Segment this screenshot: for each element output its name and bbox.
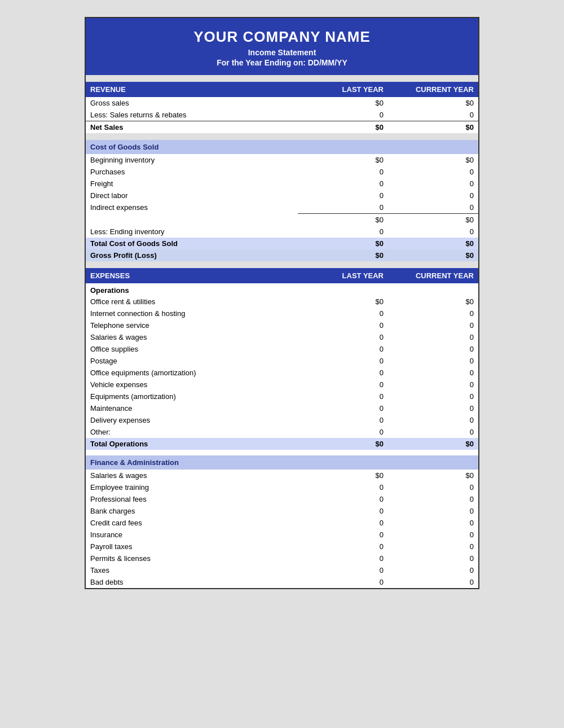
row-label: Less: Sales returns & rebates xyxy=(86,109,298,121)
row-value-current: 0 xyxy=(388,493,478,505)
finance-header-row: Finance & Administration xyxy=(86,455,478,470)
row-value-last: 0 xyxy=(298,552,388,564)
cogs-table: Cost of Goods Sold Beginning inventory $… xyxy=(86,140,478,261)
total-cogs-label: Total Cost of Goods Sold xyxy=(86,238,298,249)
cogs-subtotal-row: $0 $0 xyxy=(86,214,478,226)
row-value-last: $0 xyxy=(298,154,388,166)
row-value-current: 0 xyxy=(388,517,478,529)
row-value-last: 0 xyxy=(298,576,388,588)
net-sales-row: Net Sales $0 $0 xyxy=(86,121,478,134)
row-value-current: 0 xyxy=(388,541,478,552)
gross-profit-current: $0 xyxy=(388,249,478,261)
row-value-current: 0 xyxy=(388,576,478,588)
row-value-last: 0 xyxy=(298,564,388,576)
table-row: Vehicle expenses 0 0 xyxy=(86,379,478,391)
row-label: Office rent & utilities xyxy=(86,296,298,308)
finance-heading: Finance & Administration xyxy=(86,455,478,470)
net-sales-last: $0 xyxy=(298,121,388,134)
row-value-current: 0 xyxy=(388,319,478,331)
row-label xyxy=(86,214,298,226)
operations-heading: Operations xyxy=(86,283,478,296)
row-value-current: $0 xyxy=(388,97,478,109)
ending-inventory-last: 0 xyxy=(298,226,388,238)
table-row: Indirect expenses 0 0 xyxy=(86,201,478,214)
row-value-current: 0 xyxy=(388,109,478,121)
row-value-last: 0 xyxy=(298,109,388,121)
row-value-last: 0 xyxy=(298,343,388,355)
row-value-last: 0 xyxy=(298,331,388,343)
table-row: Office rent & utilities $0 $0 xyxy=(86,296,478,308)
table-row: Salaries & wages 0 0 xyxy=(86,331,478,343)
row-value-last: $0 xyxy=(298,470,388,481)
row-label: Employee training xyxy=(86,481,298,493)
row-value-current: 0 xyxy=(388,426,478,438)
cogs-subtotal-current: $0 xyxy=(388,214,478,226)
operations-header-row: Operations xyxy=(86,283,478,296)
total-cogs-last: $0 xyxy=(298,238,388,249)
table-row: Internet connection & hosting 0 0 xyxy=(86,308,478,319)
company-name: YOUR COMPANY NAME xyxy=(91,28,473,46)
table-row: Office supplies 0 0 xyxy=(86,343,478,355)
row-label: Indirect expenses xyxy=(86,201,298,214)
row-label: Credit card fees xyxy=(86,517,298,529)
row-value-last: 0 xyxy=(298,178,388,190)
row-value-last: 0 xyxy=(298,517,388,529)
row-value-last: 0 xyxy=(298,355,388,367)
row-value-last: 0 xyxy=(298,367,388,379)
row-label: Insurance xyxy=(86,529,298,541)
row-value-last: 0 xyxy=(298,541,388,552)
table-row: Office equipments (amortization) 0 0 xyxy=(86,367,478,379)
ending-inventory-row: Less: Ending inventory 0 0 xyxy=(86,226,478,238)
row-label: Salaries & wages xyxy=(86,470,298,481)
row-value-current: 0 xyxy=(388,391,478,402)
row-value-current: 0 xyxy=(388,308,478,319)
row-label: Bank charges xyxy=(86,505,298,517)
divider-row xyxy=(86,450,478,455)
row-label: Delivery expenses xyxy=(86,414,298,426)
report-title: Income Statement xyxy=(91,48,473,57)
table-row: Credit card fees 0 0 xyxy=(86,517,478,529)
row-value-current: 0 xyxy=(388,379,478,391)
row-label: Office supplies xyxy=(86,343,298,355)
row-value-current: 0 xyxy=(388,190,478,201)
row-label: Gross sales xyxy=(86,97,298,109)
expenses-col-current-year: CURRENT YEAR xyxy=(388,268,478,283)
table-row: Equipments (amortization) 0 0 xyxy=(86,391,478,402)
ending-inventory-current: 0 xyxy=(388,226,478,238)
row-value-current: 0 xyxy=(388,402,478,414)
row-value-current: 0 xyxy=(388,331,478,343)
row-value-current: 0 xyxy=(388,343,478,355)
table-row: Bad debts 0 0 xyxy=(86,576,478,588)
total-operations-current: $0 xyxy=(388,438,478,450)
expenses-heading: EXPENSES xyxy=(86,268,298,283)
gross-profit-label: Gross Profit (Loss) xyxy=(86,249,298,261)
revenue-col-current-year: CURRENT YEAR xyxy=(388,82,478,97)
expenses-table: EXPENSES LAST YEAR CURRENT YEAR Operatio… xyxy=(86,268,478,588)
table-row: Delivery expenses 0 0 xyxy=(86,414,478,426)
cogs-subtotal-last: $0 xyxy=(298,214,388,226)
row-value-current: 0 xyxy=(388,564,478,576)
row-value-last: 0 xyxy=(298,481,388,493)
row-value-last: 0 xyxy=(298,529,388,541)
cogs-header-row: Cost of Goods Sold xyxy=(86,140,478,154)
row-label: Direct labor xyxy=(86,190,298,201)
row-value-last: 0 xyxy=(298,201,388,214)
row-value-last: 0 xyxy=(298,493,388,505)
table-row: Maintenance 0 0 xyxy=(86,402,478,414)
table-row: Bank charges 0 0 xyxy=(86,505,478,517)
row-label: Beginning inventory xyxy=(86,154,298,166)
row-value-current: 0 xyxy=(388,481,478,493)
table-row: Direct labor 0 0 xyxy=(86,190,478,201)
row-value-current: 0 xyxy=(388,178,478,190)
row-label: Equipments (amortization) xyxy=(86,391,298,402)
net-sales-current: $0 xyxy=(388,121,478,134)
table-row: Payroll taxes 0 0 xyxy=(86,541,478,552)
row-label: Other: xyxy=(86,426,298,438)
cogs-heading: Cost of Goods Sold xyxy=(86,140,478,154)
table-row: Postage 0 0 xyxy=(86,355,478,367)
row-label: Permits & licenses xyxy=(86,552,298,564)
row-label: Internet connection & hosting xyxy=(86,308,298,319)
row-value-current: 0 xyxy=(388,529,478,541)
table-row: Salaries & wages $0 $0 xyxy=(86,470,478,481)
revenue-table: REVENUE LAST YEAR CURRENT YEAR Gross sal… xyxy=(86,82,478,133)
